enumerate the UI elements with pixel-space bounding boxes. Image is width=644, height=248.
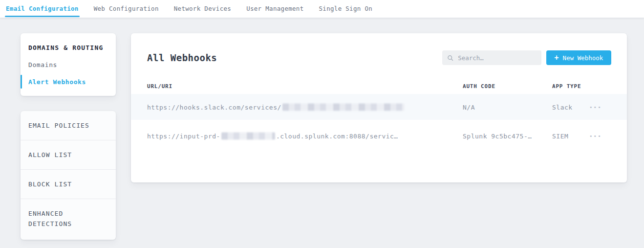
sidebar-item-block-list[interactable]: BLOCK LIST [21,170,116,199]
column-header-url-uri: URL/URI [147,83,172,90]
cell-app-type: SIEM [552,133,568,140]
sidebar-item-enhanced-detections[interactable]: ENHANCED DETECTIONS [21,199,116,240]
url-suffix: .cloud.splunk.com:8088/servic… [276,133,398,140]
cell-app-type: Slack [552,103,573,111]
cell-auth-code: N/A [463,103,475,111]
new-webhook-button[interactable]: + New Webhook [546,50,611,65]
new-webhook-button-label: New Webhook [563,54,603,62]
table-row-slack-webhook[interactable]: https://hooks.slack.com/services/ N/A Sl… [131,94,627,120]
sidebar-item-email-policies[interactable]: EMAIL POLICIES [21,111,116,140]
search-box [442,50,541,65]
cell-url: https://input-prd- .cloud.splunk.com:808… [147,133,398,140]
top-navigation: Email Configuration Web Configuration Ne… [0,0,644,18]
column-header-app-type: APP TYPE [552,83,581,90]
url-prefix: https://hooks.slack.com/services/ [147,103,281,111]
sidebar-item-domains[interactable]: Domains [28,61,108,68]
page-title: All Webhooks [147,52,217,63]
table-row-splunk-webhook[interactable]: https://input-prd- .cloud.splunk.com:808… [131,120,627,152]
cell-url: https://hooks.slack.com/services/ [147,103,406,111]
row-menu-ellipsis-button[interactable]: ••• [588,131,603,141]
plus-icon: + [555,54,559,62]
search-input[interactable] [458,54,537,62]
column-header-auth-code: AUTH CODE [463,83,495,90]
search-icon [447,54,453,62]
sidebar-domains-routing-card: DOMAINS & ROUTING Domains Alert Webhooks [21,33,116,96]
tab-email-configuration[interactable]: Email Configuration [6,0,79,18]
tab-web-configuration[interactable]: Web Configuration [94,0,159,18]
redacted-url-segment [221,133,275,140]
url-prefix: https://input-prd- [147,133,220,140]
tab-network-devices[interactable]: Network Devices [174,0,231,18]
sidebar-item-alert-webhooks[interactable]: Alert Webhooks [28,78,108,86]
row-menu-ellipsis-button[interactable]: ••• [588,102,603,112]
tab-single-sign-on[interactable]: Single Sign On [319,0,373,18]
sidebar-sections-card: EMAIL POLICIES ALLOW LIST BLOCK LIST ENH… [21,111,116,240]
redacted-url-segment [282,103,405,111]
webhooks-panel: All Webhooks + New Webhook URL/URI AUTH … [131,33,627,182]
tab-user-management[interactable]: User Management [246,0,303,18]
sidebar-item-allow-list[interactable]: ALLOW LIST [21,140,116,170]
cell-auth-code: Splunk 9c5bc475-… [463,133,532,140]
sidebar-heading-domains-routing: DOMAINS & ROUTING [28,44,108,51]
